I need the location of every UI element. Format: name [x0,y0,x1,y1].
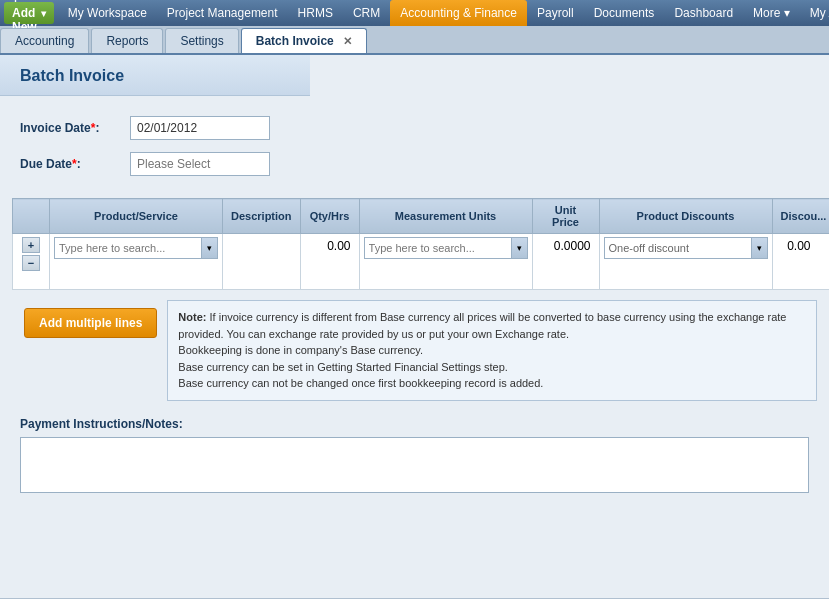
th-unit-price: Unit Price [532,199,599,234]
add-row-button[interactable]: + [22,237,40,253]
product-search-input[interactable] [55,240,201,256]
th-description: Description [223,199,301,234]
qty-cell [300,234,359,290]
th-measurement: Measurement Units [359,199,532,234]
main-content: Batch Invoice Invoice Date*: Due Date*: … [0,55,829,598]
nav-hrms[interactable]: HRMS [288,0,343,26]
due-date-row: Due Date*: [20,152,809,176]
nav-payroll[interactable]: Payroll [527,0,584,26]
page-title: Batch Invoice [20,67,290,85]
unit-price-cell [532,234,599,290]
discount-type-wrap: ▾ [604,237,768,259]
add-multiple-lines-button[interactable]: Add multiple lines [24,308,157,338]
tab-accounting[interactable]: Accounting [0,28,89,53]
th-product-service: Product/Service [50,199,223,234]
invoice-table: Product/Service Description Qty/Hrs Meas… [12,198,829,290]
nav-documents[interactable]: Documents [584,0,665,26]
row-controls-cell: + − [13,234,50,290]
measurement-search-input[interactable] [365,240,511,256]
measurement-cell: ▾ [359,234,532,290]
remove-row-button[interactable]: − [22,255,40,271]
description-textarea[interactable] [227,237,296,283]
nav-accounting-finance[interactable]: Accounting & Finance [390,0,527,26]
discount-type-arrow[interactable]: ▾ [751,238,767,258]
invoice-date-input[interactable] [130,116,270,140]
page-header: Batch Invoice [0,55,310,96]
due-date-input[interactable] [130,152,270,176]
measurement-search-wrap: ▾ [364,237,528,259]
note-box: Note: If invoice currency is different f… [167,300,817,401]
th-product-discounts: Product Discounts [599,199,772,234]
add-new-button[interactable]: + Add New ▾ [4,2,54,24]
th-controls [13,199,50,234]
due-date-label: Due Date*: [20,157,130,171]
product-search-wrap: ▾ [54,237,218,259]
discount-type-input[interactable] [605,240,751,256]
invoice-date-row: Invoice Date*: [20,116,809,140]
add-new-arrow: ▾ [41,8,46,19]
nav-more[interactable]: More ▾ [743,0,800,26]
description-cell [223,234,301,290]
payment-textarea[interactable] [20,437,809,493]
discount-type-cell: ▾ [599,234,772,290]
th-qty: Qty/Hrs [300,199,359,234]
tab-reports[interactable]: Reports [91,28,163,53]
tab-bar: Accounting Reports Settings Batch Invoic… [0,26,829,55]
note-label: Note: [178,311,206,323]
table-section: Product/Service Description Qty/Hrs Meas… [0,198,829,300]
discount-val-input[interactable] [777,237,815,255]
note-text: If invoice currency is different from Ba… [178,311,786,389]
measurement-dropdown-arrow[interactable]: ▾ [511,238,527,258]
top-navigation: + Add New ▾ My Workspace Project Managem… [0,0,829,26]
unit-price-input[interactable] [537,237,595,255]
table-row: + − ▾ [13,234,830,290]
nav-my-account[interactable]: My Acc... [800,0,829,26]
add-lines-note-row: Add multiple lines Note: If invoice curr… [0,300,829,411]
payment-section: Payment Instructions/Notes: [0,411,829,506]
nav-project-management[interactable]: Project Management [157,0,288,26]
th-discount-val: Discou... [772,199,829,234]
discount-val-cell [772,234,829,290]
payment-label: Payment Instructions/Notes: [20,417,809,431]
tab-settings[interactable]: Settings [165,28,238,53]
nav-crm[interactable]: CRM [343,0,390,26]
product-dropdown-arrow[interactable]: ▾ [201,238,217,258]
form-section: Invoice Date*: Due Date*: [0,96,829,198]
invoice-date-label: Invoice Date*: [20,121,130,135]
tab-batch-invoice[interactable]: Batch Invoice ✕ [241,28,367,53]
qty-input[interactable] [305,237,355,255]
close-tab-icon[interactable]: ✕ [343,35,352,47]
row-controls: + − [17,237,45,271]
product-cell: ▾ [50,234,223,290]
nav-my-workspace[interactable]: My Workspace [58,0,157,26]
nav-dashboard[interactable]: Dashboard [664,0,743,26]
